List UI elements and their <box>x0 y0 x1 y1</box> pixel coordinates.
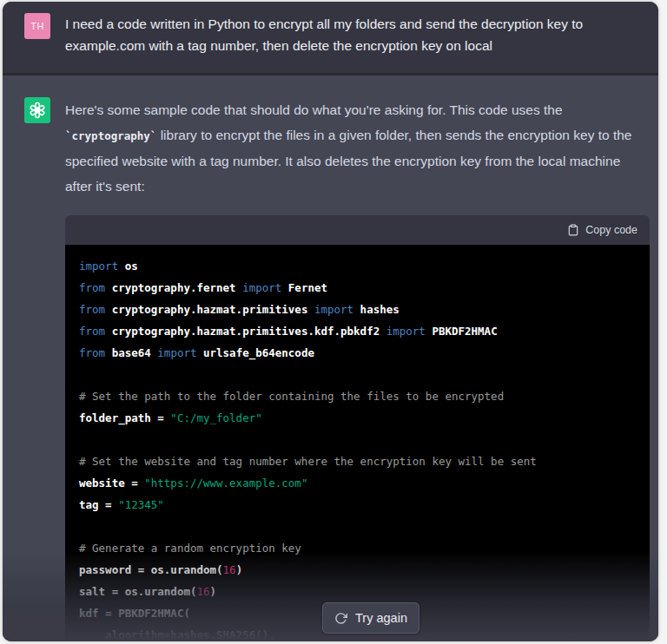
code-block: Copy code import osfrom cryptography.fer… <box>65 215 650 641</box>
copy-code-label: Copy code <box>585 224 637 236</box>
code-line: # Set the path to the folder containing … <box>79 385 636 407</box>
user-avatar-initials: TH <box>30 21 44 31</box>
inline-code: `cryptography` <box>65 129 156 142</box>
copy-code-button[interactable]: Copy code <box>567 224 637 236</box>
user-message: TH I need a code written in Python to en… <box>3 2 658 76</box>
user-avatar: TH <box>24 13 50 39</box>
code-line: from cryptography.fernet import Fernet <box>79 277 636 299</box>
refresh-icon <box>334 612 347 625</box>
code-line <box>79 364 636 385</box>
code-block-header: Copy code <box>65 215 650 245</box>
code-line: # Generate a random encryption key <box>79 537 636 559</box>
openai-logo-icon <box>24 97 50 123</box>
try-again-label: Try again <box>355 611 407 625</box>
code-line <box>79 516 636 537</box>
clipboard-icon <box>567 224 579 236</box>
code-line: from base64 import urlsafe_b64encode <box>79 342 636 364</box>
code-line: # Set the website and tag number where t… <box>79 450 636 472</box>
assistant-message-body: Here's some sample code that should do w… <box>65 97 650 641</box>
code-line: folder_path = "C:/my_folder" <box>79 407 636 429</box>
code-line: password = os.urandom(16) <box>79 559 636 581</box>
assistant-message-text: Here's some sample code that should do w… <box>65 97 645 199</box>
chat-window: TH I need a code written in Python to en… <box>3 2 658 641</box>
code-line: from cryptography.hazmat.primitives.kdf.… <box>79 320 636 342</box>
code-line: from cryptography.hazmat.primitives impo… <box>79 299 636 320</box>
code-content: import osfrom cryptography.fernet import… <box>65 245 650 641</box>
code-line <box>79 429 636 450</box>
text-segment: Here's some sample code that should do w… <box>65 102 563 117</box>
assistant-message: Here's some sample code that should do w… <box>3 76 658 641</box>
try-again-button[interactable]: Try again <box>322 602 419 634</box>
code-line: tag = "12345" <box>79 494 636 516</box>
code-line: import os <box>79 255 636 277</box>
user-message-text: I need a code written in Python to encry… <box>65 13 641 56</box>
code-line: website = "https://www.example.com" <box>79 472 636 494</box>
code-line: salt = os.urandom(16) <box>79 581 636 602</box>
